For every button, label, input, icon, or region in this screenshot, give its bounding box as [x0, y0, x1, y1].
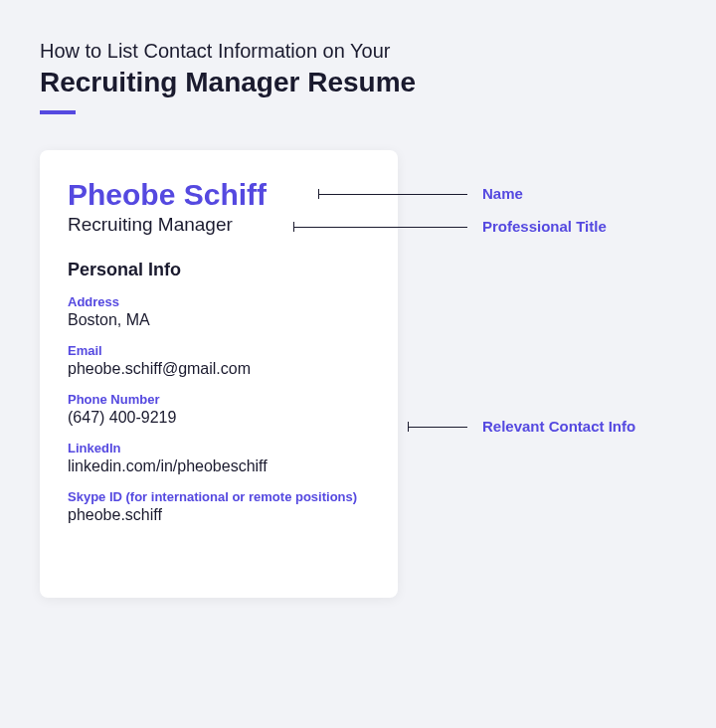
title-underline — [40, 110, 76, 114]
field-skype: Skype ID (for international or remote po… — [68, 489, 370, 524]
field-phone: Phone Number (647) 400-9219 — [68, 392, 370, 427]
field-address: Address Boston, MA — [68, 294, 370, 329]
field-label-address: Address — [68, 294, 370, 309]
field-label-skype: Skype ID (for international or remote po… — [68, 489, 370, 504]
annotation-label-title: Professional Title — [482, 218, 607, 235]
field-value-linkedin: linkedin.com/in/pheobeschiff — [68, 457, 370, 475]
field-value-email: pheobe.schiff@gmail.com — [68, 360, 370, 378]
field-label-phone: Phone Number — [68, 392, 370, 407]
field-linkedin: LinkedIn linkedin.com/in/pheobeschiff — [68, 441, 370, 475]
field-value-phone: (647) 400-9219 — [68, 409, 370, 427]
annotation-label-name: Name — [482, 185, 523, 202]
page-title-bold: Recruiting Manager Resume — [40, 67, 676, 98]
content-area: Pheobe Schiff Recruiting Manager Persona… — [40, 150, 676, 598]
resume-card: Pheobe Schiff Recruiting Manager Persona… — [40, 150, 398, 598]
annotation-line-contact — [408, 427, 467, 428]
field-value-address: Boston, MA — [68, 311, 370, 329]
resume-job-title: Recruiting Manager — [68, 214, 370, 236]
field-label-linkedin: LinkedIn — [68, 441, 370, 455]
field-value-skype: pheobe.schiff — [68, 506, 370, 524]
personal-info-header: Personal Info — [68, 260, 370, 280]
annotation-tick-contact — [408, 422, 409, 432]
page-title-light: How to List Contact Information on Your — [40, 40, 676, 63]
field-email: Email pheobe.schiff@gmail.com — [68, 343, 370, 378]
annotation-label-contact: Relevant Contact Info — [482, 418, 635, 435]
resume-name: Pheobe Schiff — [68, 178, 370, 212]
field-label-email: Email — [68, 343, 370, 358]
